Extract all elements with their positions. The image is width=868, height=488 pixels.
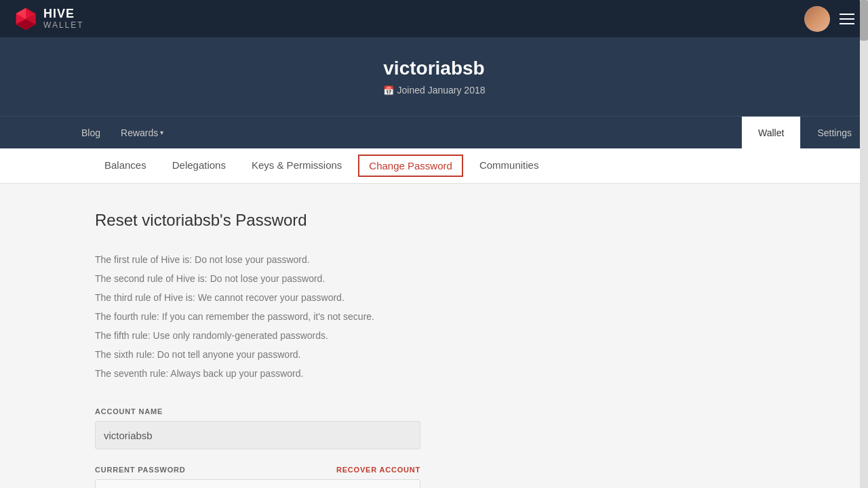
tab-keys-permissions[interactable]: Keys & Permissions bbox=[242, 150, 351, 182]
rule-4: The fourth rule: If you can remember the… bbox=[95, 307, 773, 326]
nav-blog[interactable]: Blog bbox=[81, 118, 100, 148]
account-name-group: ACCOUNT NAME bbox=[95, 407, 773, 449]
hive-logo-icon bbox=[14, 7, 38, 31]
top-nav-right bbox=[804, 6, 854, 32]
avatar[interactable] bbox=[804, 6, 830, 32]
current-password-label: CURRENT PASSWORD bbox=[95, 466, 186, 474]
recover-account-link[interactable]: RECOVER ACCOUNT bbox=[336, 466, 420, 474]
nav-wallet[interactable]: Wallet bbox=[741, 117, 800, 148]
second-nav-left: Blog Rewards ▾ bbox=[0, 117, 741, 148]
scrollbar-thumb[interactable] bbox=[860, 0, 868, 41]
current-password-input[interactable] bbox=[95, 479, 420, 488]
sub-nav: Balances Delegations Keys & Permissions … bbox=[0, 148, 868, 184]
hero-username: victoriabsb bbox=[14, 58, 854, 79]
nav-settings[interactable]: Settings bbox=[800, 117, 868, 148]
hero-section: victoriabsb 📅 Joined January 2018 bbox=[0, 37, 868, 116]
tab-delegations[interactable]: Delegations bbox=[163, 150, 235, 182]
tab-change-password[interactable]: Change Password bbox=[358, 155, 463, 177]
current-password-header: CURRENT PASSWORD RECOVER ACCOUNT bbox=[95, 466, 420, 474]
current-password-group: CURRENT PASSWORD RECOVER ACCOUNT bbox=[95, 466, 773, 488]
rule-6: The sixth rule: Do not tell anyone your … bbox=[95, 345, 773, 364]
top-nav: HIVE WALLET bbox=[0, 0, 868, 37]
rule-5: The fifth rule: Use only randomly-genera… bbox=[95, 326, 773, 345]
calendar-icon: 📅 bbox=[383, 85, 394, 96]
account-name-label: ACCOUNT NAME bbox=[95, 407, 773, 415]
tab-balances[interactable]: Balances bbox=[95, 150, 156, 182]
chevron-down-icon: ▾ bbox=[160, 129, 163, 136]
logo[interactable]: HIVE WALLET bbox=[14, 7, 84, 31]
second-nav: Blog Rewards ▾ Wallet Settings bbox=[0, 116, 868, 148]
rule-2: The second rule of Hive is: Do not lose … bbox=[95, 269, 773, 288]
account-name-input[interactable] bbox=[95, 421, 420, 449]
tab-communities[interactable]: Communities bbox=[470, 150, 549, 182]
rule-1: The first rule of Hive is: Do not lose y… bbox=[95, 250, 773, 269]
scrollbar-track[interactable] bbox=[860, 0, 868, 488]
hamburger-menu[interactable] bbox=[840, 14, 854, 24]
main-content: Reset victoriabsb's Password The first r… bbox=[0, 184, 868, 488]
second-nav-right: Wallet Settings bbox=[741, 117, 868, 148]
rules-block: The first rule of Hive is: Do not lose y… bbox=[95, 250, 773, 383]
page-title: Reset victoriabsb's Password bbox=[95, 211, 773, 230]
rule-3: The third rule of Hive is: We cannot rec… bbox=[95, 288, 773, 307]
logo-text: HIVE WALLET bbox=[43, 7, 84, 30]
hero-joined: 📅 Joined January 2018 bbox=[14, 85, 854, 96]
rule-7: The seventh rule: Always back up your pa… bbox=[95, 364, 773, 383]
nav-rewards[interactable]: Rewards ▾ bbox=[121, 118, 163, 148]
